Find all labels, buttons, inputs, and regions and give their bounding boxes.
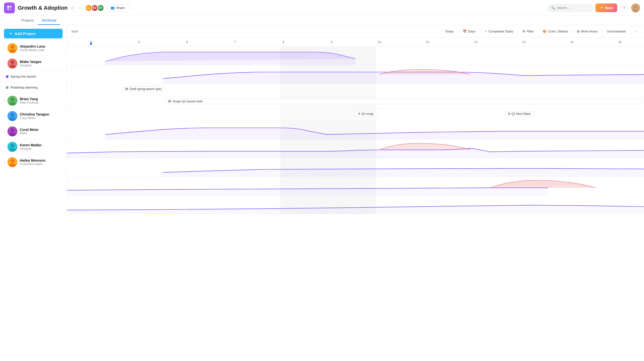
expand-icon-karen: › (4, 145, 5, 149)
divider-1 (458, 29, 458, 34)
date-5: 5 (115, 41, 163, 44)
avatar-brian (8, 96, 17, 106)
divider-6 (602, 29, 602, 34)
team-avatars: AL BV BY (85, 5, 104, 12)
task-draft-spring[interactable]: 20 Draft spring launch spec (122, 86, 164, 92)
person-role-brian: Web Producer (20, 101, 63, 104)
person-name-hailey: Hailey Moreson (20, 158, 63, 162)
chart-row-spring-line: 20 Draft spring launch spec (67, 84, 644, 96)
avatar-coral (8, 126, 17, 136)
work-hours-button[interactable]: ⊞ Work Hours (574, 28, 600, 35)
topbar-right: 🔍 ＋ New ? (548, 4, 640, 13)
project-dot-roadmap (6, 86, 8, 89)
date-10: 10 (356, 41, 404, 44)
person-name-karen: Karen Madan (20, 143, 63, 147)
color-button[interactable]: 🎨 Color: Default (540, 28, 570, 35)
new-button[interactable]: ＋ New (596, 4, 617, 12)
person-row-christina[interactable]: › Christina Taragon Copy Writer (0, 108, 67, 124)
project-dot-spring (6, 75, 8, 78)
task-scope-q1[interactable]: 30 Scope Q1 launch work (165, 99, 642, 104)
date-12: 12 (452, 41, 500, 44)
person-role-alejandro: Social Media Lead (20, 48, 63, 52)
unscheduled-button[interactable]: Unscheduled (604, 28, 628, 35)
date-9: 9 (308, 41, 356, 44)
filter-icon: ⚙ (522, 30, 525, 33)
more-button[interactable]: ··· (632, 28, 640, 35)
person-row-hailey[interactable]: › Hailey Moreson Production Intern (0, 154, 67, 170)
svg-point-14 (11, 98, 14, 101)
chart-row-roadmap-tasks: 4 Q4 recap 8 Q1 Next Steps (67, 109, 644, 121)
chart-row-christina (67, 140, 644, 158)
divider-5 (572, 29, 572, 34)
avatar-karen (8, 142, 17, 152)
person-info-brian: Brian Yang Web Producer (20, 97, 63, 104)
expand-icon-blake: › (3, 63, 6, 64)
person-role-hailey: Production Intern (20, 162, 63, 166)
project-row-spring[interactable]: Spring line launch (0, 71, 67, 82)
person-role-karen: Designer (20, 147, 63, 151)
person-row-brian[interactable]: › Brian Yang Web Producer (0, 93, 67, 108)
days-button[interactable]: 📅 Days (460, 28, 478, 35)
person-name-blake: Blake Vargas (20, 60, 63, 64)
person-role-coral: PMM (20, 132, 63, 135)
person-row-karen[interactable]: › Karen Madan Designer (0, 139, 67, 154)
person-role-christina: Copy Writer (20, 116, 63, 120)
expand-icon-hailey: › (4, 160, 5, 164)
date-header: 4 5 6 7 8 9 10 11 12 13 14 15 (67, 38, 644, 47)
search-input[interactable] (557, 6, 589, 10)
svg-point-11 (11, 61, 14, 64)
person-info-alejandro: Alejandro Luna Social Media Lead (20, 44, 63, 52)
person-row-coral[interactable]: › Coral Meier PMM (0, 124, 67, 139)
user-avatar[interactable] (631, 4, 640, 13)
expand-icon-brian: › (4, 99, 5, 102)
date-cells: 4 5 6 7 8 9 10 11 12 13 14 15 (67, 41, 644, 44)
svg-point-5 (634, 6, 637, 9)
person-name-brian: Brian Yang (20, 97, 63, 101)
svg-point-26 (11, 159, 14, 163)
person-info-hailey: Hailey Moreson Production Intern (20, 158, 63, 166)
date-15: 15 (596, 41, 644, 44)
divider-4 (538, 29, 538, 34)
task-q1-next[interactable]: 8 Q1 Next Steps (506, 111, 534, 117)
person-name-christina: Christina Taragon (20, 112, 63, 116)
task-q4-recap[interactable]: 4 Q4 recap (356, 111, 376, 117)
person-row-blake[interactable]: › Blake Vargas Designer (0, 56, 67, 71)
app-icon (4, 3, 15, 14)
subnav-projects[interactable]: Projects (17, 16, 38, 25)
person-row-alejandro[interactable]: › Alejandro Luna Social Media Lead (0, 41, 67, 56)
svg-rect-1 (10, 6, 12, 8)
svg-rect-3 (10, 8, 12, 10)
svg-point-17 (11, 113, 14, 117)
filter-button[interactable]: ⚙ Filter (520, 28, 536, 35)
search-icon: 🔍 (551, 6, 555, 10)
person-name-alejandro: Alejandro Luna (20, 44, 63, 48)
completed-tasks-button[interactable]: ✓ Completed Tasks (482, 28, 516, 35)
date-11: 11 (404, 41, 452, 44)
main: ＋ Add Project › Alejandro Luna Social Me… (0, 25, 644, 361)
calendar-icon: 📅 (463, 30, 467, 33)
help-button[interactable]: ? (620, 4, 628, 12)
more-icon[interactable]: ··· (78, 5, 81, 11)
svg-rect-0 (7, 6, 9, 8)
project-row-roadmap[interactable]: Roadmap planning (0, 82, 67, 93)
add-project-button[interactable]: ＋ Add Project (4, 29, 63, 39)
expand-icon-christina: › (4, 114, 5, 118)
star-icon[interactable]: ☆ (70, 5, 74, 11)
svg-rect-2 (7, 8, 9, 10)
svg-point-20 (11, 128, 14, 132)
grid-icon: ⊞ (577, 30, 580, 33)
today-button[interactable]: Today (443, 28, 456, 35)
chart-row-karen (67, 177, 644, 195)
project-name-spring: Spring line launch (10, 75, 36, 78)
expand-icon-coral: › (4, 130, 5, 133)
avatar-3[interactable]: BY (97, 5, 104, 12)
svg-point-23 (11, 144, 14, 147)
person-name-coral: Coral Meier (20, 128, 63, 132)
date-14: 14 (548, 41, 596, 44)
topbar: Growth & Adoption ☆ ··· AL BV BY 👥 Share… (0, 0, 644, 16)
date-4: 4 (67, 41, 115, 44)
subnav-workload[interactable]: Workload (38, 16, 60, 25)
share-button[interactable]: 👥 Share (107, 4, 128, 12)
date-8: 8 (259, 41, 308, 44)
sidebar: ＋ Add Project › Alejandro Luna Social Me… (0, 25, 67, 361)
